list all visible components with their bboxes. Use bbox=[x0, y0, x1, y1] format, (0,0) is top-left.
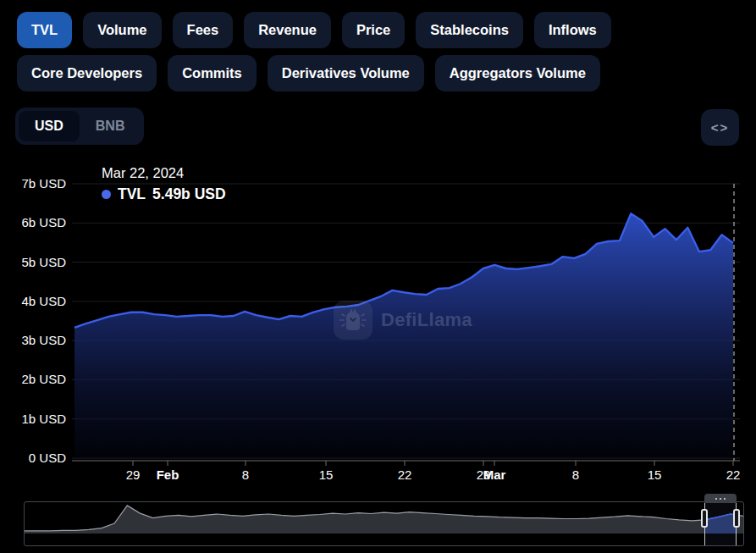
defillama-chain-dashboard: TVL Volume Fees Revenue Price Stablecoin… bbox=[0, 0, 756, 553]
x-axis-tick-label: 29 bbox=[126, 467, 141, 482]
tab-revenue[interactable]: Revenue bbox=[244, 12, 331, 48]
y-axis-tick-label: 6b USD bbox=[7, 215, 66, 229]
y-axis-tick-label: 0 USD bbox=[7, 451, 66, 465]
brush-right-handle[interactable] bbox=[733, 509, 740, 528]
currency-toggle: USD BNB bbox=[15, 108, 144, 145]
y-axis-tick-label: 3b USD bbox=[7, 333, 66, 347]
tvl-area-fill bbox=[74, 213, 733, 458]
x-axis-tick-label: Feb bbox=[157, 467, 179, 482]
currency-option-bnb[interactable]: BNB bbox=[80, 111, 141, 141]
x-axis-tick-label: 8 bbox=[242, 467, 249, 482]
brush-left-handle[interactable] bbox=[701, 509, 708, 528]
embed-code-button[interactable]: <> bbox=[701, 109, 739, 146]
brush-drag-grip[interactable] bbox=[704, 494, 737, 503]
currency-option-usd[interactable]: USD bbox=[19, 111, 80, 141]
x-axis-tick-label: Mar bbox=[483, 467, 506, 482]
metric-tabs-row-2: Core Developers Commits Derivatives Volu… bbox=[17, 55, 600, 91]
x-axis-tick-label: 22 bbox=[726, 467, 741, 482]
x-axis-tick-label: 15 bbox=[648, 467, 662, 482]
x-axis-tick-label: 15 bbox=[319, 467, 334, 482]
tab-core-developers[interactable]: Core Developers bbox=[17, 55, 157, 91]
y-axis-tick-label: 2b USD bbox=[7, 372, 66, 386]
minimap-svg bbox=[25, 502, 743, 545]
tab-volume[interactable]: Volume bbox=[83, 12, 161, 48]
y-axis-tick-label: 4b USD bbox=[7, 294, 66, 308]
code-brackets-icon: <> bbox=[711, 120, 730, 135]
metric-tabs-row-1: TVL Volume Fees Revenue Price Stablecoin… bbox=[17, 12, 611, 48]
tab-commits[interactable]: Commits bbox=[168, 55, 257, 91]
tab-price[interactable]: Price bbox=[342, 12, 405, 48]
minimap-area-fill bbox=[25, 506, 743, 534]
tab-stablecoins[interactable]: Stablecoins bbox=[416, 12, 523, 48]
tab-aggregators-volume[interactable]: Aggregators Volume bbox=[435, 55, 600, 91]
y-axis-tick-label: 1b USD bbox=[7, 412, 66, 426]
tab-fees[interactable]: Fees bbox=[173, 12, 234, 48]
tvl-chart-area[interactable]: 7b USD6b USD5b USD4b USD3b USD2b USD1b U… bbox=[0, 161, 756, 487]
tvl-area-chart-svg[interactable] bbox=[0, 161, 756, 487]
brush-selection-region[interactable] bbox=[704, 502, 737, 545]
x-axis-tick-label: 22 bbox=[398, 467, 412, 482]
tab-inflows[interactable]: Inflows bbox=[534, 12, 611, 48]
y-axis-tick-label: 5b USD bbox=[7, 255, 66, 269]
zoom-brush-minimap[interactable] bbox=[24, 501, 744, 546]
tab-tvl[interactable]: TVL bbox=[17, 12, 72, 48]
y-axis-tick-label: 7b USD bbox=[7, 176, 66, 191]
x-axis-tick-label: 8 bbox=[572, 467, 579, 482]
tab-derivatives-volume[interactable]: Derivatives Volume bbox=[268, 55, 424, 91]
